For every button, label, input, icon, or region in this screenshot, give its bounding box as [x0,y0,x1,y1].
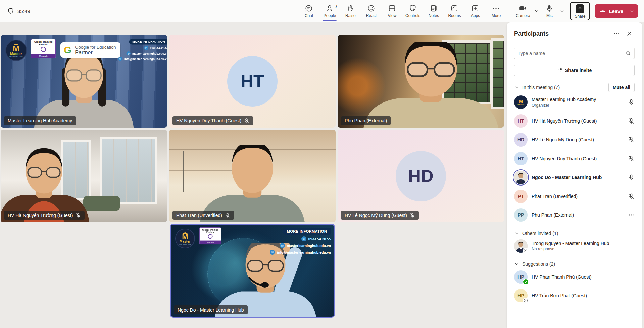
chevron-down-icon [534,8,539,14]
rooms-button[interactable]: Rooms [444,1,465,21]
people-icon [326,4,334,12]
participant-row[interactable]: PT Phat Tran (Unverified) [514,188,635,205]
rooms-icon [450,4,458,12]
share-invite-button[interactable]: Share invite [514,65,635,76]
chat-button[interactable]: Chat [298,1,319,21]
mic-off-icon [244,118,249,123]
notes-label: Notes [429,13,439,18]
participant-row[interactable]: HT HV Nguyễn Duy Thanh (Guest) [514,150,635,167]
raise-hand-button[interactable]: Raise [340,1,361,21]
participant-row[interactable]: HP HV Trần Bửu Phát (Guest) [514,287,635,304]
more-information-box: MORE INFORMATION ✆0933.54.20.55 ◍masterl… [118,39,167,61]
mic-options-chevron[interactable] [558,1,566,21]
avatar: HT [514,114,528,128]
participants-panel: Participants Share invite In this meetin… [507,22,642,328]
people-count-badge: 7 [335,4,337,9]
video-tile-phat-tran[interactable]: Phat Tran (Unverified) [169,130,336,222]
mic-off-icon [225,213,230,218]
avatar: MMaster [514,95,528,109]
mic-off-icon[interactable] [628,136,635,143]
mic-on-icon[interactable] [628,99,635,106]
view-button[interactable]: View [382,1,402,21]
panel-more-options-button[interactable] [611,28,622,39]
leave-button[interactable]: Leave [595,4,638,18]
mic-off-icon[interactable] [628,193,635,200]
meeting-timer: 35:49 [17,8,30,14]
apps-button[interactable]: Apps [465,1,486,21]
camera-button[interactable]: Camera [513,1,532,21]
presence-offline-badge [523,298,528,303]
apps-icon [471,4,479,12]
chevron-down-icon [514,85,519,90]
mic-off-icon[interactable] [628,118,635,124]
section-suggestions[interactable]: Suggestions (2) [514,261,635,267]
mic-off-icon [410,213,415,218]
video-tile-hv-le-ngoc-my-dung[interactable]: HD HV Lê Ngọc Mỹ Dung (Guest) [338,130,504,222]
chevron-down-icon [514,261,519,267]
video-grid: M Master LEARNING HUB Global Training Pa… [0,22,505,328]
more-dots-icon [492,4,500,12]
video-tile-phu-phan[interactable]: Phu Phan (External) [338,35,504,128]
panel-close-button[interactable] [624,28,635,39]
video-tile-master-learning-hub-academy[interactable]: M Master LEARNING HUB Global Training Pa… [1,35,167,128]
more-information-box: MORE INFORMATION ✆0933.54.20.55 ◍masterl… [270,228,331,255]
more-button[interactable]: More [486,1,506,21]
row-more-options-icon[interactable] [628,212,635,218]
mic-label: Mic [546,13,553,18]
more-label: More [492,13,501,18]
globe-icon: ◍ [127,51,131,55]
google-for-education-badge: G Google for Education Partner [60,42,120,58]
chevron-down-icon [559,8,565,14]
video-tile-hv-nguyen-duy-thanh[interactable]: HT HV Nguyễn Duy Thanh (Guest) [169,35,336,128]
participant-search[interactable] [514,48,635,59]
raise-label: Raise [345,13,356,18]
participant-row[interactable]: MMaster Master Learning Hub Academy Orga… [514,93,635,111]
react-icon [367,4,375,12]
share-button[interactable]: Share [570,2,590,20]
mute-all-button[interactable]: Mute all [608,83,635,92]
mail-icon: ✉ [118,57,122,61]
phone-icon: ✆ [301,236,306,241]
avatar: PP [514,208,528,222]
participant-row[interactable]: HD HV Lê Ngọc Mỹ Dung (Guest) [514,131,635,149]
participant-row[interactable]: HT HV Hà Nguyên Trường (Guest) [514,112,635,130]
meeting-timer-group: 35:49 [7,8,30,14]
avatar: HT [514,152,528,165]
controls-button[interactable]: Controls [402,1,423,21]
react-label: React [366,13,377,18]
search-input[interactable] [518,51,626,56]
participant-row[interactable]: Trong Nguyen - Master Learning Hub No re… [514,237,635,255]
tile-name-label: Master Learning Hub Academy [4,116,76,125]
section-in-this-meeting[interactable]: In this meeting (7) Mute all [514,83,635,92]
avatar [514,239,528,253]
mic-on-icon[interactable] [628,174,635,181]
hang-up-icon [599,8,606,14]
leave-options-chevron[interactable] [627,4,637,18]
tile-name-label: Phu Phan (External) [341,116,391,125]
people-button[interactable]: 7 People [319,1,340,21]
participant-row[interactable]: HP HV Phan Thanh Phú (Guest) [514,268,635,286]
notes-icon [430,4,438,12]
mic-button[interactable]: Mic [541,1,558,21]
camera-options-chevron[interactable] [532,1,541,21]
chevron-down-icon [629,8,635,14]
mic-off-icon[interactable] [628,155,635,162]
chevron-down-icon [514,231,519,236]
meeting-toolbar: 35:49 Chat 7 People Raise React View Con… [0,0,644,22]
view-icon [388,4,396,12]
react-button[interactable]: React [361,1,382,21]
participant-row[interactable]: Ngoc Do - Master Learning Hub [514,169,635,186]
notes-button[interactable]: Notes [423,1,444,21]
master-logo: M Master LEARNING HUB [5,40,27,61]
panel-title: Participants [514,30,549,37]
mic-icon [545,4,553,12]
participant-row[interactable]: PP Phu Phan (External) [514,206,635,224]
section-others-invited[interactable]: Others invited (1) [514,231,635,236]
share-label: Share [575,14,585,19]
avatar [514,171,528,184]
video-tile-hv-ha-nguyen-truong[interactable]: HV Hà Nguyên Trường (Guest) [1,130,167,222]
avatar: HP [514,270,528,284]
presence-offline-badge [523,248,528,253]
phone-icon: ✆ [144,46,148,50]
video-tile-ngoc-do[interactable]: M Master LEARNING HUB Global Training Pa… [170,224,334,317]
